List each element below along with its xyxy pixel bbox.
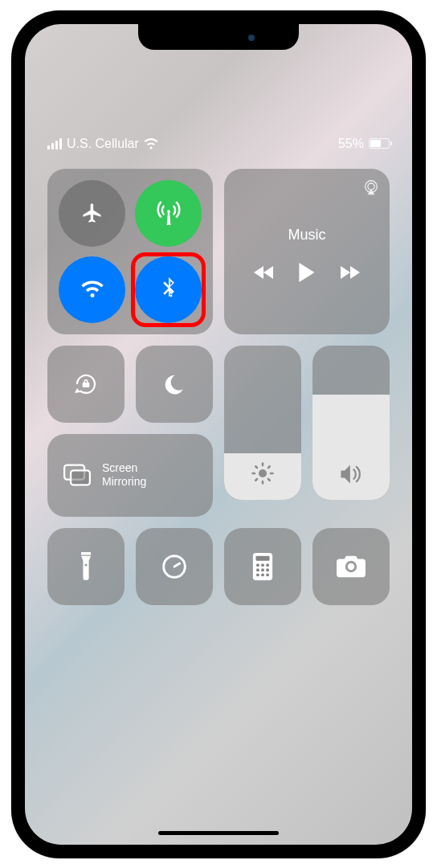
svg-point-2 (259, 469, 267, 477)
control-center: Music (47, 169, 390, 605)
svg-point-21 (261, 568, 264, 571)
antenna-icon (157, 201, 181, 225)
svg-point-22 (266, 568, 269, 571)
screen-mirroring-label: Screen Mirroring (102, 461, 146, 489)
svg-point-25 (266, 573, 269, 576)
svg-point-1 (368, 182, 374, 189)
brightness-slider[interactable] (224, 346, 301, 500)
carrier-label: U.S. Cellular (67, 137, 139, 151)
bluetooth-toggle[interactable] (135, 256, 202, 323)
svg-line-9 (255, 479, 257, 481)
calculator-icon (252, 553, 273, 580)
cellular-data-toggle[interactable] (135, 180, 202, 247)
volume-slider[interactable] (312, 346, 390, 500)
flashlight-icon (79, 552, 93, 581)
home-indicator[interactable] (158, 831, 279, 835)
svg-point-19 (266, 563, 269, 567)
status-bar: U.S. Cellular 55% (25, 137, 412, 151)
status-left: U.S. Cellular (47, 137, 158, 151)
airplay-icon[interactable] (362, 178, 380, 196)
calculator-button[interactable] (224, 528, 301, 605)
play-icon[interactable] (299, 263, 315, 282)
svg-line-10 (268, 466, 270, 468)
svg-rect-16 (256, 555, 270, 560)
phone-screen: U.S. Cellular 55% (25, 24, 412, 845)
svg-line-8 (268, 479, 270, 481)
battery-icon (369, 138, 390, 149)
moon-icon (162, 372, 186, 396)
forward-icon[interactable] (341, 265, 360, 280)
media-tile[interactable]: Music (224, 169, 390, 334)
svg-point-18 (261, 563, 264, 567)
svg-point-24 (261, 573, 264, 576)
media-title: Music (288, 227, 325, 244)
timer-icon (161, 554, 187, 579)
media-controls (254, 263, 360, 282)
do-not-disturb-toggle[interactable] (136, 346, 213, 423)
sun-icon (251, 461, 275, 485)
status-right: 55% (338, 137, 390, 151)
svg-line-7 (255, 466, 257, 468)
bluetooth-icon (161, 277, 176, 301)
airplane-mode-toggle[interactable] (59, 180, 125, 247)
screen-mirroring-button[interactable]: Screen Mirroring (47, 434, 213, 517)
flashlight-button[interactable] (47, 528, 125, 605)
wifi-toggle[interactable] (59, 256, 125, 323)
timer-button[interactable] (136, 528, 213, 605)
rotation-lock-icon (71, 370, 100, 399)
notch (138, 24, 299, 50)
wifi-icon (80, 280, 104, 299)
svg-point-17 (256, 563, 259, 567)
svg-line-14 (174, 563, 180, 567)
rewind-icon[interactable] (254, 265, 273, 280)
screen-mirroring-icon (63, 464, 91, 486)
battery-percent-label: 55% (338, 137, 364, 151)
svg-rect-12 (71, 470, 90, 485)
cellular-signal-icon (47, 138, 62, 149)
camera-button[interactable] (312, 528, 390, 605)
wifi-status-icon (144, 138, 158, 149)
airplane-icon (81, 202, 104, 224)
svg-point-23 (256, 573, 259, 576)
orientation-lock-toggle[interactable] (47, 346, 125, 423)
phone-frame: U.S. Cellular 55% (11, 10, 426, 858)
svg-point-20 (256, 568, 259, 571)
speaker-icon (338, 463, 364, 485)
camera-icon (337, 555, 366, 578)
connectivity-tile[interactable] (47, 169, 213, 334)
